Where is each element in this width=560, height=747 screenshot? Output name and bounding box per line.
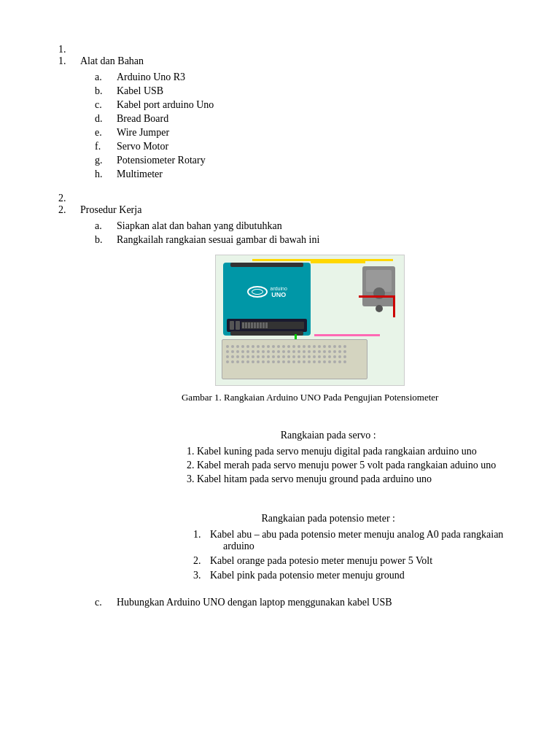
list-item-text: Kabel merah pada servo menuju power 5 vo… bbox=[197, 460, 496, 471]
list-item: Arduino Uno R3 bbox=[95, 71, 509, 83]
potensio-section: Rangkaian pada potensio meter : Kabel ab… bbox=[117, 506, 503, 587]
list-item-text: Hubungkan Arduino UNO dengan laptop meng… bbox=[117, 597, 392, 608]
list-item: Kabel USB bbox=[95, 85, 509, 97]
arduino-pins-top bbox=[230, 263, 303, 267]
section-2-number: 2. bbox=[58, 204, 80, 216]
list-item: Multimeter bbox=[95, 169, 509, 180]
servo-list: Kabel kuning pada servo menuju digital p… bbox=[153, 446, 503, 485]
list-item: Servo Motor bbox=[95, 141, 509, 152]
arduino-logo-area: arduino UNO bbox=[238, 277, 296, 306]
list-item-b: Rangkailah rangkaian sesuai gambar di ba… bbox=[95, 234, 509, 595]
list-item-text: Kabel kuning pada servo menuju digital p… bbox=[197, 446, 477, 457]
list-item-text: Rangkailah rangkaian sesuai gambar di ba… bbox=[117, 234, 503, 246]
list-item: Potensiometer Rotary bbox=[95, 155, 509, 166]
breadboard bbox=[222, 339, 368, 379]
wire-red bbox=[393, 295, 395, 317]
list-item: Kabel abu – abu pada potensio meter menu… bbox=[193, 529, 503, 552]
circuit-diagram: arduino UNO bbox=[215, 255, 405, 386]
list-item: Kabel hitam pada servo menuju ground pad… bbox=[197, 473, 503, 485]
list-item-c: Hubungkan Arduino UNO dengan laptop meng… bbox=[95, 597, 509, 608]
list-item: Wire Jumper bbox=[95, 127, 509, 139]
potensio-item-text: Kabel abu – abu pada potensio meter menu… bbox=[210, 529, 503, 552]
section-2-sublist: Siapkan alat dan bahan yang dibutuhkan R… bbox=[58, 220, 509, 611]
list-item-text: Wire Jumper bbox=[117, 127, 169, 139]
servo-motor bbox=[362, 266, 395, 306]
figure-container: arduino UNO bbox=[117, 255, 503, 403]
section-1-sublist: Arduino Uno R3 Kabel USB Kabel port ardu… bbox=[58, 71, 509, 182]
figure-caption: Gambar 1. Rangkaian Arduino UNO Pada Pen… bbox=[182, 392, 438, 403]
list-item: Bread Board bbox=[95, 113, 509, 125]
list-item-text: Kabel USB bbox=[117, 85, 163, 97]
list-item-text: Servo Motor bbox=[117, 141, 168, 152]
list-item-text: Kabel orange pada potesio meter menuju p… bbox=[210, 555, 432, 567]
section-2: 2. Prosedur Kerja Siapkan alat dan bahan… bbox=[58, 193, 509, 614]
list-item: Kabel pink pada potensio meter menuju gr… bbox=[193, 570, 503, 581]
list-item-text: Kabel hitam pada servo menuju ground pad… bbox=[197, 473, 432, 484]
main-list: 1. Alat dan Bahan Arduino Uno R3 Kabel U… bbox=[58, 44, 509, 614]
list-item-text: Kabel pink pada potensio meter menuju gr… bbox=[210, 570, 405, 581]
list-item: Kabel kuning pada servo menuju digital p… bbox=[197, 446, 503, 457]
servo-shaft bbox=[376, 305, 383, 312]
arduino-board: arduino UNO bbox=[223, 263, 311, 336]
servo-section: Rangkaian pada servo : Kabel kuning pada… bbox=[117, 422, 503, 491]
list-item-text: Siapkan alat dan bahan yang dibutuhkan bbox=[117, 220, 282, 232]
section-1: 1. Alat dan Bahan Arduino Uno R3 Kabel U… bbox=[58, 44, 509, 185]
list-item-text: Arduino Uno R3 bbox=[117, 71, 185, 83]
section-2-title: Prosedur Kerja bbox=[80, 204, 141, 216]
list-item-continuation: arduino bbox=[210, 541, 503, 552]
section-1-number: 1. bbox=[58, 55, 80, 67]
list-item-text: Potensiometer Rotary bbox=[117, 155, 206, 166]
list-item: Kabel port arduino Uno bbox=[95, 99, 509, 111]
servo-section-title: Rangkaian pada servo : bbox=[153, 430, 503, 441]
list-item-text: Kabel abu – abu pada potensio meter menu… bbox=[210, 529, 503, 541]
potensio-list: Kabel abu – abu pada potensio meter menu… bbox=[153, 529, 503, 581]
list-item: Kabel orange pada potesio meter menuju p… bbox=[193, 555, 503, 567]
potensio-section-title: Rangkaian pada potensio meter : bbox=[153, 513, 503, 525]
list-item-text: Bread Board bbox=[117, 113, 168, 125]
list-item-a: Siapkan alat dan bahan yang dibutuhkan bbox=[95, 220, 509, 232]
wire-red-h bbox=[359, 295, 395, 298]
list-item: Kabel merah pada servo menuju power 5 vo… bbox=[197, 460, 503, 471]
list-item-text: Multimeter bbox=[117, 169, 163, 180]
section-1-title: Alat dan Bahan bbox=[80, 55, 144, 67]
wire-pink bbox=[314, 334, 380, 336]
wire-yellow-top bbox=[311, 261, 365, 263]
arduino-pins-bottom bbox=[230, 331, 303, 336]
list-item-text: Kabel port arduino Uno bbox=[117, 99, 214, 111]
